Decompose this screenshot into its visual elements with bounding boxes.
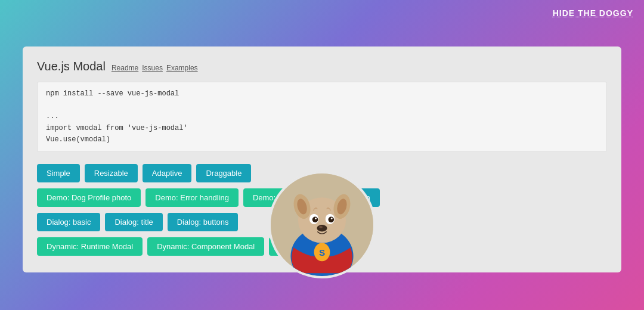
main-card: Vue.js Modal Readme Issues Examples npm … [23,46,621,272]
svg-point-16 [319,226,323,228]
btn-dialog-title[interactable]: Dialog: title [105,213,162,231]
svg-point-13 [315,218,317,219]
btn-dynamic-runtime[interactable]: Dynamic: Runtime Modal [37,237,143,256]
btn-dialog-basic[interactable]: Dialog: basic [37,213,100,231]
btn-adaptive[interactable]: Adaptive [143,164,192,182]
btn-demo-error[interactable]: Demo: Error handling [145,188,239,207]
btn-draggable[interactable]: Draggable [196,164,251,182]
dog-avatar: S [268,171,376,278]
page-title: Vue.js Modal [37,60,106,73]
btn-dynamic-component[interactable]: Dynamic: Component Modal [147,237,264,256]
readme-link[interactable]: Readme [112,64,138,72]
btn-resizable[interactable]: Resizable [85,164,138,182]
title-row: Vue.js Modal Readme Issues Examples [37,60,607,73]
svg-point-11 [312,217,318,223]
code-block: npm install --save vue-js-modal ... impo… [37,82,607,152]
title-links: Readme Issues Examples [112,64,198,72]
svg-text:S: S [319,247,325,258]
svg-point-15 [317,225,327,231]
btn-demo-dog[interactable]: Demo: Dog Profile photo [37,188,141,207]
hide-doggy-button[interactable]: HIDE THE DOGGY [553,8,633,18]
examples-link[interactable]: Examples [166,64,198,72]
svg-point-14 [331,218,333,219]
svg-point-12 [329,217,335,223]
issues-link[interactable]: Issues [142,64,163,72]
btn-dialog-buttons[interactable]: Dialog: buttons [168,213,239,231]
btn-simple[interactable]: Simple [37,164,80,182]
